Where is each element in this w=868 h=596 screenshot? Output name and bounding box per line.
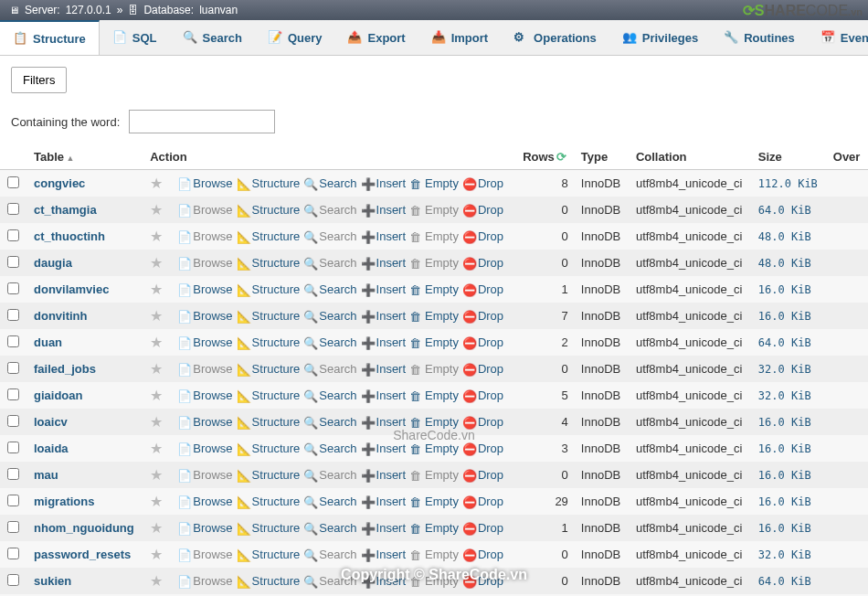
action-structure[interactable]: 📐Structure: [237, 309, 301, 323]
row-checkbox[interactable]: [7, 468, 19, 480]
action-browse[interactable]: 📄Browse: [177, 282, 232, 296]
header-type[interactable]: Type: [574, 144, 629, 170]
action-insert[interactable]: ➕Insert: [361, 495, 407, 508]
action-insert[interactable]: ➕Insert: [361, 521, 407, 535]
action-drop[interactable]: ⛔Drop: [462, 495, 503, 508]
action-browse[interactable]: 📄Browse: [177, 203, 232, 217]
table-name-link[interactable]: sukien: [34, 574, 71, 588]
tab-import[interactable]: 📥Import: [418, 20, 501, 55]
table-name-link[interactable]: ct_thamgia: [34, 203, 97, 217]
action-insert[interactable]: ➕Insert: [361, 176, 407, 190]
action-structure[interactable]: 📐Structure: [237, 282, 301, 296]
table-name-link[interactable]: migrations: [34, 495, 94, 508]
server-name[interactable]: 127.0.0.1: [66, 4, 111, 16]
action-insert[interactable]: ➕Insert: [361, 362, 407, 376]
action-drop[interactable]: ⛔Drop: [462, 574, 503, 588]
action-insert[interactable]: ➕Insert: [361, 415, 407, 429]
table-name-link[interactable]: daugia: [34, 256, 72, 270]
table-name-link[interactable]: giaidoan: [34, 388, 82, 402]
row-checkbox[interactable]: [7, 229, 19, 241]
action-search[interactable]: 🔍Search: [303, 256, 356, 270]
row-checkbox[interactable]: [7, 335, 19, 347]
action-drop[interactable]: ⛔Drop: [462, 282, 503, 296]
favorite-star-icon[interactable]: ★: [150, 441, 163, 456]
action-search[interactable]: 🔍Search: [303, 495, 356, 508]
action-insert[interactable]: ➕Insert: [361, 309, 407, 323]
action-search[interactable]: 🔍Search: [303, 176, 356, 190]
action-browse[interactable]: 📄Browse: [177, 468, 232, 482]
header-collation[interactable]: Collation: [629, 144, 751, 170]
action-drop[interactable]: ⛔Drop: [462, 415, 503, 429]
action-structure[interactable]: 📐Structure: [237, 521, 301, 535]
header-table[interactable]: Table: [26, 144, 143, 170]
action-search[interactable]: 🔍Search: [303, 548, 356, 561]
tab-privileges[interactable]: 👥Privileges: [609, 20, 711, 55]
action-empty[interactable]: 🗑Empty: [409, 548, 459, 561]
row-checkbox[interactable]: [7, 388, 19, 400]
favorite-star-icon[interactable]: ★: [150, 202, 163, 218]
favorite-star-icon[interactable]: ★: [150, 547, 163, 562]
action-insert[interactable]: ➕Insert: [361, 442, 407, 455]
table-name-link[interactable]: ct_thuoctinh: [34, 229, 105, 243]
action-search[interactable]: 🔍Search: [303, 282, 356, 296]
action-search[interactable]: 🔍Search: [303, 388, 356, 402]
action-empty[interactable]: 🗑Empty: [409, 521, 459, 535]
favorite-star-icon[interactable]: ★: [150, 361, 163, 377]
row-checkbox[interactable]: [7, 176, 19, 188]
action-empty[interactable]: 🗑Empty: [409, 229, 459, 243]
row-checkbox[interactable]: [7, 574, 19, 586]
header-rows[interactable]: Rows⟳: [514, 144, 573, 170]
action-search[interactable]: 🔍Search: [303, 574, 356, 588]
row-checkbox[interactable]: [7, 362, 19, 374]
action-search[interactable]: 🔍Search: [303, 335, 356, 349]
row-checkbox[interactable]: [7, 521, 19, 533]
action-empty[interactable]: 🗑Empty: [409, 468, 459, 482]
table-name-link[interactable]: mau: [34, 468, 58, 482]
action-drop[interactable]: ⛔Drop: [462, 256, 503, 270]
row-checkbox[interactable]: [7, 495, 19, 506]
action-drop[interactable]: ⛔Drop: [462, 309, 503, 323]
action-drop[interactable]: ⛔Drop: [462, 362, 503, 376]
action-browse[interactable]: 📄Browse: [177, 442, 232, 455]
action-empty[interactable]: 🗑Empty: [409, 176, 459, 190]
action-insert[interactable]: ➕Insert: [361, 388, 407, 402]
action-structure[interactable]: 📐Structure: [237, 495, 301, 508]
favorite-star-icon[interactable]: ★: [150, 494, 163, 509]
table-name-link[interactable]: loaida: [34, 442, 69, 455]
action-browse[interactable]: 📄Browse: [177, 229, 232, 243]
favorite-star-icon[interactable]: ★: [150, 467, 163, 483]
action-search[interactable]: 🔍Search: [303, 415, 356, 429]
action-insert[interactable]: ➕Insert: [361, 574, 407, 588]
table-name-link[interactable]: donvilamviec: [34, 282, 109, 296]
action-empty[interactable]: 🗑Empty: [409, 256, 459, 270]
action-structure[interactable]: 📐Structure: [237, 203, 301, 217]
favorite-star-icon[interactable]: ★: [150, 520, 163, 536]
action-drop[interactable]: ⛔Drop: [462, 388, 503, 402]
row-checkbox[interactable]: [7, 415, 19, 427]
db-name[interactable]: luanvan: [199, 4, 238, 16]
action-empty[interactable]: 🗑Empty: [409, 335, 459, 349]
favorite-star-icon[interactable]: ★: [150, 308, 163, 324]
action-structure[interactable]: 📐Structure: [237, 176, 301, 190]
action-browse[interactable]: 📄Browse: [177, 388, 232, 402]
favorite-star-icon[interactable]: ★: [150, 573, 163, 589]
action-browse[interactable]: 📄Browse: [177, 521, 232, 535]
action-search[interactable]: 🔍Search: [303, 362, 356, 376]
action-empty[interactable]: 🗑Empty: [409, 442, 459, 455]
favorite-star-icon[interactable]: ★: [150, 255, 163, 271]
action-search[interactable]: 🔍Search: [303, 229, 356, 243]
action-empty[interactable]: 🗑Empty: [409, 574, 459, 588]
action-empty[interactable]: 🗑Empty: [409, 309, 459, 323]
favorite-star-icon[interactable]: ★: [150, 335, 163, 350]
action-structure[interactable]: 📐Structure: [237, 335, 301, 349]
action-browse[interactable]: 📄Browse: [177, 335, 232, 349]
header-overhead[interactable]: Over: [826, 144, 868, 170]
action-drop[interactable]: ⛔Drop: [462, 229, 503, 243]
row-checkbox[interactable]: [7, 256, 19, 268]
header-size[interactable]: Size: [751, 144, 826, 170]
favorite-star-icon[interactable]: ★: [150, 176, 163, 191]
table-name-link[interactable]: failed_jobs: [34, 362, 96, 376]
action-insert[interactable]: ➕Insert: [361, 335, 407, 349]
tab-structure[interactable]: 📋Structure: [0, 20, 100, 55]
refresh-icon[interactable]: ⟳: [556, 150, 566, 164]
